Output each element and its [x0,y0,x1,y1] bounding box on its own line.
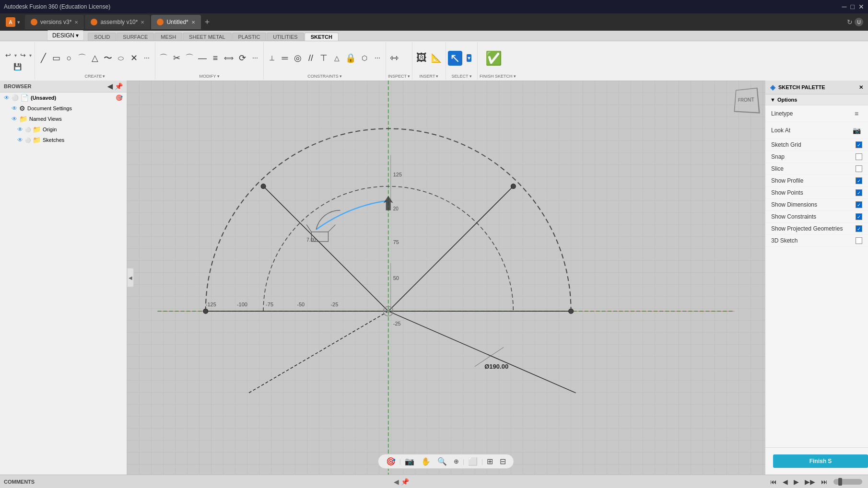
fillet-tool[interactable]: ⌒ [157,53,170,64]
undo-dropdown[interactable]: ▾ [14,53,17,58]
offset-tool[interactable]: ≡ [209,53,222,64]
tab-surface[interactable]: SURFACE [117,33,154,41]
finish-sketch-palette-button[interactable]: Finish S [773,454,868,468]
playback-prev-btn[interactable]: ◀ [781,477,790,487]
palette-close-btn[interactable]: ✕ [859,84,863,91]
user-avatar[interactable]: U [855,18,863,26]
browser-item-sketches[interactable]: 👁 ⚪ 📁 Sketches [0,135,127,145]
palette-3d-sketch-row[interactable]: 3D Sketch [765,235,868,247]
browser-pin-btn[interactable]: 📌 [115,82,123,90]
parallel-tool[interactable]: // [305,53,317,64]
more-create-tool[interactable]: ⋯ [141,54,153,62]
show-profile-checkbox[interactable]: ✓ [856,177,862,184]
palette-linetype-row[interactable]: Linetype ≡ [765,105,868,122]
browser-item-origin[interactable]: 👁 ⚪ 📁 Origin [0,124,127,135]
circle-tool[interactable]: ○ [63,53,75,64]
point-tool[interactable]: ✕ [128,53,140,64]
browser-item-document-settings[interactable]: 👁 ⚙ Document Settings [0,103,127,114]
palette-sketch-grid-row[interactable]: Sketch Grid ✓ [765,139,868,151]
lock-tool[interactable]: 🔒 [343,53,358,64]
coincident-tool[interactable]: ⊥ [266,54,278,63]
break-tool[interactable]: — [196,53,209,64]
more-constraints-tool[interactable]: ⋯ [371,54,384,62]
insert-svg-tool[interactable]: 📐 [429,53,444,64]
project-tool[interactable]: ⟳ [236,53,248,64]
equal-tool[interactable]: ⬡ [358,54,371,63]
save-button[interactable]: 💾 [11,61,24,72]
design-dropdown-button[interactable]: DESIGN ▾ [47,30,84,41]
palette-snap-row[interactable]: Snap [765,151,868,163]
polygon-tool[interactable]: △ [89,53,101,64]
collinear-tool[interactable]: ═ [279,53,291,64]
show-constraints-checkbox[interactable]: ✓ [856,213,862,220]
snap-to-origin-btn[interactable]: 🎯 [383,456,399,467]
trim-tool[interactable]: ✂ [170,53,183,64]
lookat-btn[interactable]: 📷 [851,125,862,136]
palette-show-points-row[interactable]: Show Points ✓ [765,187,868,199]
palette-show-dimensions-row[interactable]: Show Dimensions ✓ [765,199,868,211]
palette-show-constraints-row[interactable]: Show Constraints ✓ [765,211,868,223]
grid-view-btn[interactable]: ⊞ [484,456,496,467]
concentric-tool[interactable]: ◎ [292,53,304,64]
rectangle-tool[interactable]: ▭ [50,53,62,64]
snap-checkbox[interactable] [856,153,862,160]
linetype-btn[interactable]: ≡ [851,108,862,119]
inspect-dropdown-icon[interactable]: ▾ [408,74,410,79]
constraints-dropdown-icon[interactable]: ▾ [340,74,342,79]
undo-button[interactable]: ↩ [3,50,13,60]
tab-sheet-metal[interactable]: SHEET METAL [183,33,231,41]
palette-show-projected-row[interactable]: Show Projected Geometries ✓ [765,223,868,235]
tab-mesh[interactable]: MESH [154,33,182,41]
browser-item-unsaved[interactable]: 👁 ⚪ 📄 (Unsaved) 🎯 [0,93,127,103]
insert-image-tool[interactable]: 🖼 [414,52,429,65]
select-dropdown-icon[interactable]: ▾ [469,74,472,79]
display-mode-btn[interactable]: ⬜ [465,456,481,467]
extend-tool[interactable]: ⌒ [183,53,196,64]
browser-collapse-btn[interactable]: ◀ [107,82,113,90]
sketch-grid-checkbox[interactable]: ✓ [856,141,862,148]
3d-sketch-checkbox[interactable] [856,237,862,244]
show-dimensions-checkbox[interactable]: ✓ [856,201,862,208]
tab-sketch[interactable]: SKETCH [305,33,339,41]
palette-slice-row[interactable]: Slice [765,163,868,175]
timeline-bar[interactable] [833,479,862,485]
modify-dropdown-icon[interactable]: ▾ [217,74,220,79]
finish-sketch-dropdown-icon[interactable]: ▾ [514,74,516,79]
palette-lookat-row[interactable]: Look At 📷 [765,122,868,139]
tab-solid[interactable]: SOLID [88,33,116,41]
show-projected-checkbox[interactable]: ✓ [856,225,862,232]
create-dropdown-icon[interactable]: ▾ [103,74,105,79]
insert-dropdown-icon[interactable]: ▾ [436,74,438,79]
camera-btn[interactable]: 📷 [402,456,417,467]
canvas-area[interactable]: 50 75 125 -25 -125 -100 -75 -50 -25 Ø190… [127,81,765,475]
playback-end-btn[interactable]: ⏭ [819,477,830,487]
tab-versions-close[interactable]: ✕ [74,20,78,25]
tab-assembly-close[interactable]: ✕ [141,20,144,25]
tab-utilities[interactable]: UTILITIES [267,33,304,41]
close-btn[interactable]: ✕ [858,3,864,11]
tab-versions[interactable]: versions v3* ✕ [25,15,84,29]
view-cube[interactable]: FRONT [731,85,760,114]
select-tool[interactable]: ↖ [448,51,462,66]
redo-button[interactable]: ↪ [18,50,28,60]
zoom-btn[interactable]: 🔍 [434,456,450,467]
tab-plastic[interactable]: PLASTIC [232,33,267,41]
tab-untitled-close[interactable]: ✕ [191,20,195,25]
slice-checkbox[interactable] [856,165,862,172]
tab-untitled[interactable]: Untitled* ✕ [151,15,200,29]
minimize-btn[interactable]: ─ [842,3,847,11]
line-tool[interactable]: ╱ [37,53,49,64]
timeline-thumb[interactable] [838,478,842,486]
browser-item-named-views[interactable]: 👁 📁 Named Views [0,114,127,124]
tab-refresh-btn[interactable]: ↻ [847,18,853,26]
ellipse-tool[interactable]: ⬭ [115,54,127,63]
layout-btn[interactable]: ⊟ [497,456,509,467]
arc-tool[interactable]: ⌒ [76,53,88,64]
palette-show-profile-row[interactable]: Show Profile ✓ [765,175,868,187]
horizontal-tool[interactable]: △ [330,54,343,63]
tab-assembly[interactable]: assembly v10* ✕ [85,15,150,29]
select-options-tool[interactable]: ▾ [463,53,475,63]
playback-play-btn[interactable]: ▶ [792,477,801,487]
finish-sketch-tool[interactable]: ✅ [480,48,508,68]
comments-collapse-btn[interactable]: ◀ [394,478,399,486]
